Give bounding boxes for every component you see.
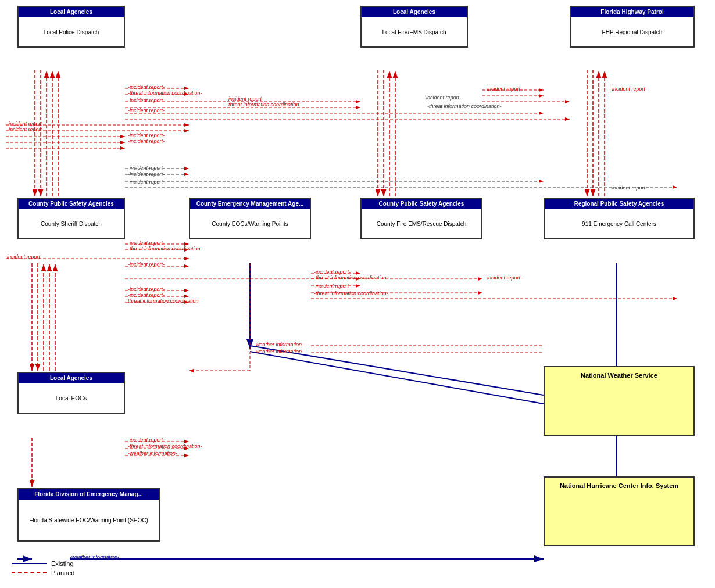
- node-county-eoc-body: County EOCs/Warning Points: [190, 209, 310, 238]
- node-local-police: Local Agencies Local Police Dispatch: [17, 6, 125, 48]
- svg-line-55: [250, 352, 544, 404]
- node-county-eoc-header: County Emergency Management Age...: [190, 199, 310, 209]
- label-weather-1: -weather information-: [254, 342, 303, 347]
- node-fhp: Florida Highway Patrol FHP Regional Disp…: [570, 6, 695, 48]
- node-florida-div: Florida Division of Emergency Manag... F…: [17, 488, 160, 542]
- label-weather-2: -weather information-: [254, 349, 303, 354]
- node-local-fire-header: Local Agencies: [362, 7, 467, 17]
- node-regional-911: Regional Public Safety Agencies 911 Emer…: [544, 198, 695, 239]
- label-incident-3: -incident report-: [128, 98, 165, 103]
- label-incident-2: -incident report-: [227, 96, 263, 102]
- node-local-police-body: Local Police Dispatch: [19, 17, 124, 46]
- label-incident-24: -incident report-: [128, 437, 165, 443]
- label-weather-4: -weather information-: [70, 554, 119, 560]
- label-incident-13: -incident report-: [424, 95, 461, 101]
- legend-planned: Planned: [12, 569, 74, 576]
- label-weather-3: -weather information-: [128, 450, 177, 456]
- node-fhp-header: Florida Highway Patrol: [571, 7, 693, 17]
- label-incident-7: -incident report-: [128, 132, 165, 138]
- label-incident-18: -incident report-: [128, 261, 165, 267]
- label-incident-20: -incident report-: [128, 286, 165, 292]
- label-threat-8: -threat information coordination-: [128, 443, 202, 449]
- node-local-police-header: Local Agencies: [19, 7, 124, 17]
- node-county-sheriff-body: County Sheriff Dispatch: [19, 209, 124, 238]
- node-nhc-body: [545, 494, 693, 535]
- label-incident-14: -incident report-: [610, 86, 647, 92]
- label-incident-4: -incident report-: [128, 107, 165, 113]
- label-incident-11: -incident report-: [128, 179, 165, 185]
- label-threat-1: -threat information coordination-: [128, 90, 202, 96]
- label-incident-12: -incident report-: [485, 86, 522, 92]
- legend-planned-line: [12, 572, 47, 573]
- node-regional-911-header: Regional Public Safety Agencies: [545, 199, 693, 209]
- label-incident-19: -incident report-: [485, 275, 522, 281]
- label-incident-17: incident report: [7, 254, 40, 260]
- node-nws-body: [545, 384, 693, 425]
- label-incident-22: -incident report-: [314, 269, 351, 275]
- label-threat-4: -threat information coordination-: [128, 246, 202, 252]
- legend-existing: Existing: [12, 560, 74, 567]
- node-county-fire-header: County Public Safety Agencies: [362, 199, 481, 209]
- legend: Existing Planned: [12, 560, 74, 576]
- label-threat-2: -threat information coordination-: [227, 102, 301, 107]
- node-regional-911-body: 911 Emergency Call Centers: [545, 209, 693, 238]
- node-local-eoc-header: Local Agencies: [19, 373, 124, 383]
- label-incident-8: -incident report-: [128, 138, 165, 144]
- legend-planned-label: Planned: [51, 569, 74, 576]
- label-incident-16: -incident report-: [128, 240, 165, 246]
- label-incident-21: -incident report-: [128, 292, 165, 298]
- node-county-sheriff-header: County Public Safety Agencies: [19, 199, 124, 209]
- label-incident-1: -incident report-: [128, 84, 165, 90]
- label-incident-10: -incident report-: [128, 171, 165, 177]
- label-threat-3: -threat information coordination-: [427, 103, 502, 109]
- label-threat-7: -threat information coordination-: [314, 291, 388, 296]
- label-threat-5: threat information coordination: [128, 298, 199, 304]
- label-incident-15: -incident report-: [610, 185, 647, 191]
- node-nws-header: National Weather Service: [545, 367, 693, 384]
- legend-existing-label: Existing: [51, 560, 74, 567]
- node-local-eoc: Local Agencies Local EOCs: [17, 372, 125, 414]
- node-county-fire-body: County Fire EMS/Rescue Dispatch: [362, 209, 481, 238]
- node-nhc: National Hurricane Center Info. System: [544, 476, 695, 546]
- node-local-eoc-body: Local EOCs: [19, 383, 124, 413]
- node-nhc-header: National Hurricane Center Info. System: [545, 478, 693, 494]
- label-incident-5: -incident report-: [7, 121, 44, 127]
- legend-existing-line: [12, 563, 47, 564]
- node-local-fire: Local Agencies Local Fire/EMS Dispatch: [360, 6, 468, 48]
- label-incident-23: -incident report-: [314, 283, 351, 289]
- node-fhp-body: FHP Regional Dispatch: [571, 17, 693, 46]
- node-florida-div-header: Florida Division of Emergency Manag...: [19, 489, 159, 500]
- diagram-container: Local Agencies Local Police Dispatch Loc…: [0, 0, 715, 588]
- label-threat-6: -threat information coordination-: [314, 275, 388, 281]
- node-florida-div-body: Florida Statewide EOC/Warning Point (SEO…: [19, 500, 159, 540]
- label-incident-9: -incident report-: [128, 165, 165, 171]
- node-local-fire-body: Local Fire/EMS Dispatch: [362, 17, 467, 46]
- node-county-fire: County Public Safety Agencies County Fir…: [360, 198, 482, 239]
- label-incident-6: -incident report-: [7, 127, 44, 132]
- node-nws: National Weather Service: [544, 366, 695, 436]
- node-county-eoc: County Emergency Management Age... Count…: [189, 198, 311, 239]
- node-county-sheriff: County Public Safety Agencies County She…: [17, 198, 125, 239]
